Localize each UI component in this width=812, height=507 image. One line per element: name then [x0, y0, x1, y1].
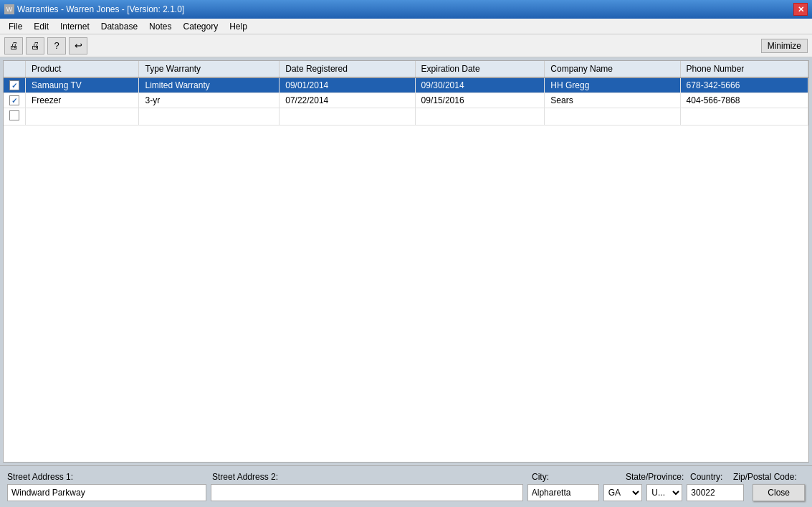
product-header[interactable]: Product [26, 61, 139, 77]
table-header-row: Product Type Warranty Date Registered Ex… [4, 61, 808, 77]
zip-input[interactable] [687, 484, 744, 501]
menu-help[interactable]: Help [224, 20, 253, 33]
form-inputs-row: GA AL FL CA TX U... USA UK CA Close [7, 484, 805, 501]
row1-phone-number: 678-342-5666 [680, 77, 808, 93]
print-button[interactable]: 🖨 [4, 37, 23, 55]
country-label: Country: [690, 472, 733, 482]
row3-company-name [545, 108, 680, 125]
row1-expiration-date: 09/30/2014 [415, 77, 545, 93]
row2-product: Freezer [26, 93, 139, 108]
warranties-table-container: Product Type Warranty Date Registered Ex… [3, 60, 809, 463]
row3-expiration-date [415, 108, 545, 125]
row2-type-warranty: 3-yr [139, 93, 280, 108]
row2-phone-number: 404-566-7868 [680, 93, 808, 108]
row2-checkbox-cell[interactable] [4, 93, 26, 108]
row1-date-registered: 09/01/2014 [280, 77, 415, 93]
menu-bar: File Edit Internet Database Notes Catego… [0, 19, 812, 34]
close-window-button[interactable]: ✕ [793, 3, 808, 16]
table-row[interactable]: Samaung TV Limited Warranty 09/01/2014 0… [4, 77, 808, 93]
row3-checkbox-cell[interactable] [4, 108, 26, 125]
company-name-header[interactable]: Company Name [545, 61, 680, 77]
close-button[interactable]: Close [753, 484, 805, 501]
checkbox-header [4, 61, 26, 77]
row3-phone-number [680, 108, 808, 125]
city-input[interactable] [527, 484, 599, 501]
menu-category[interactable]: Category [177, 20, 224, 33]
back-button[interactable]: ↩ [69, 37, 87, 55]
row1-checkbox[interactable] [9, 80, 19, 90]
print2-button[interactable]: 🖨 [26, 37, 44, 55]
addr2-input[interactable] [211, 484, 523, 501]
expiration-date-header[interactable]: Expiration Date [415, 61, 545, 77]
warranties-table: Product Type Warranty Date Registered Ex… [4, 61, 808, 125]
row3-checkbox[interactable] [9, 110, 19, 120]
state-select[interactable]: GA AL FL CA TX [603, 484, 643, 501]
city-label: City: [532, 472, 626, 482]
country-select[interactable]: U... USA UK CA [646, 484, 682, 501]
table-row[interactable] [4, 108, 808, 125]
row2-expiration-date: 09/15/2016 [415, 93, 545, 108]
app-icon: W [4, 4, 14, 14]
help-button[interactable]: ? [47, 37, 66, 55]
form-labels-row: Street Address 1: Street Address 2: City… [7, 472, 805, 482]
menu-internet[interactable]: Internet [54, 20, 95, 33]
state-label: State/Province: [626, 472, 690, 482]
menu-database[interactable]: Database [95, 20, 143, 33]
row1-company-name: HH Gregg [545, 77, 680, 93]
date-registered-header[interactable]: Date Registered [280, 61, 415, 77]
type-warranty-header[interactable]: Type Warranty [139, 61, 280, 77]
row1-type-warranty: Limited Warranty [139, 77, 280, 93]
addr1-input[interactable] [7, 484, 206, 501]
row3-type-warranty [139, 108, 280, 125]
row2-date-registered: 07/22/2014 [280, 93, 415, 108]
app-icon-label: W [6, 6, 13, 13]
row1-checkbox-cell[interactable] [4, 77, 26, 93]
bottom-form: Street Address 1: Street Address 2: City… [0, 465, 812, 507]
addr2-label: Street Address 2: [212, 472, 532, 482]
title-bar: W Warranties - Warren Jones - [Version: … [0, 0, 812, 19]
addr1-label: Street Address 1: [7, 472, 212, 482]
row2-checkbox[interactable] [9, 95, 19, 105]
menu-file[interactable]: File [3, 20, 28, 33]
title-bar-left: W Warranties - Warren Jones - [Version: … [4, 4, 184, 14]
table-row[interactable]: Freezer 3-yr 07/22/2014 09/15/2016 Sears… [4, 93, 808, 108]
zip-label: Zip/Postal Code: [733, 472, 805, 482]
minimize-button[interactable]: Minimize [761, 39, 808, 53]
row3-product [26, 108, 139, 125]
row2-company-name: Sears [545, 93, 680, 108]
phone-number-header[interactable]: Phone Number [680, 61, 808, 77]
row3-date-registered [280, 108, 415, 125]
row1-product: Samaung TV [26, 77, 139, 93]
toolbar: 🖨 🖨 ? ↩ Minimize [0, 34, 812, 57]
menu-edit[interactable]: Edit [28, 20, 54, 33]
window-title: Warranties - Warren Jones - [Version: 2.… [17, 4, 184, 14]
menu-notes[interactable]: Notes [143, 20, 177, 33]
main-content: Product Type Warranty Date Registered Ex… [0, 57, 812, 465]
